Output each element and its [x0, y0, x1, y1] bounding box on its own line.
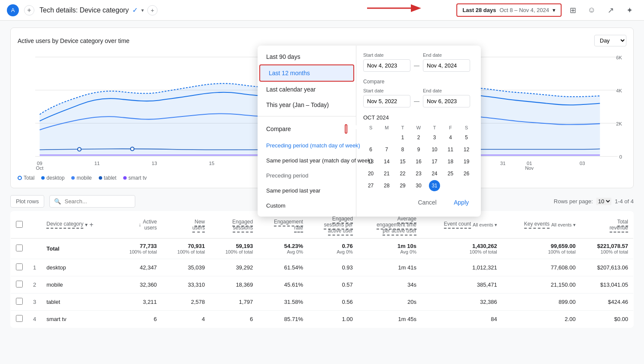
td-r1-spu: 0.93: [308, 259, 358, 276]
th-device-category: Device category ▾ +: [41, 211, 114, 239]
th-key-events-label: Key events: [524, 221, 550, 229]
legend-smarttv-label: smart tv: [128, 175, 147, 181]
r4-checkbox[interactable]: [16, 315, 23, 322]
cal-day-10[interactable]: 10: [429, 144, 440, 155]
dropdown-last-cal-year[interactable]: Last calendar year: [258, 82, 356, 97]
total-engaged-sessions-sub: 100% of total: [215, 249, 253, 254]
cal-day-28[interactable]: 28: [381, 180, 392, 191]
cal-day-12[interactable]: 12: [461, 144, 472, 155]
cal-day-1[interactable]: 1: [397, 132, 408, 143]
cal-day-9[interactable]: 9: [413, 144, 424, 155]
cal-day-17[interactable]: 17: [429, 156, 440, 167]
cal-day-19[interactable]: 19: [461, 156, 472, 167]
cal-day-2[interactable]: 2: [413, 132, 424, 143]
table-row: 2 mobile 32,360 33,310 18,369 45.61% 0.5…: [11, 276, 634, 294]
td-r4-engaged: 6: [210, 311, 258, 328]
dropdown-last-12[interactable]: Last 12 months: [259, 64, 354, 82]
svg-text:03: 03: [580, 161, 585, 166]
rows-per-page-section: Rows per page: 10 25 50 1-4 of 4: [554, 198, 634, 205]
dropdown-same-period[interactable]: Same period last year: [258, 183, 356, 198]
total-active-users: 77,733: [119, 243, 157, 249]
td-r3-device: tablet: [41, 294, 114, 311]
add-page-button[interactable]: +: [147, 5, 158, 15]
th-total-revenue: Totalrevenue: [581, 211, 634, 239]
table-row: 3 tablet 3,211 2,578 1,797 31.58% 0.56 2…: [11, 294, 634, 311]
cal-day-29[interactable]: 29: [397, 180, 408, 191]
cal-day-31[interactable]: 31: [429, 180, 440, 191]
cal-day-11[interactable]: 11: [445, 144, 456, 155]
cal-day-empty2: [381, 132, 392, 143]
share-button[interactable]: ↗: [603, 3, 618, 18]
start-date-input[interactable]: [363, 59, 410, 72]
td-r4-active: 6: [114, 311, 162, 328]
date-range-button[interactable]: Last 28 days Oct 8 – Nov 4, 2024 ▾: [456, 3, 562, 17]
td-total-new: 70,931 100% of total: [162, 239, 210, 259]
cal-day-3[interactable]: 3: [429, 132, 440, 143]
calendar-cancel-button[interactable]: Cancel: [413, 196, 442, 208]
th-event-count-filter[interactable]: All events ▾: [473, 222, 497, 228]
cal-day-21[interactable]: 21: [381, 168, 392, 179]
cal-day-22[interactable]: 22: [397, 168, 408, 179]
r1-checkbox[interactable]: [16, 263, 23, 270]
cal-day-4[interactable]: 4: [445, 132, 456, 143]
cal-day-23[interactable]: 23: [413, 168, 424, 179]
td-r3-rate: 31.58%: [258, 294, 308, 311]
dropdown-preceding[interactable]: Preceding period: [258, 168, 356, 183]
cal-day-5[interactable]: 5: [461, 132, 472, 143]
r2-checkbox[interactable]: [16, 281, 23, 288]
cal-day-8[interactable]: 8: [397, 144, 408, 155]
td-total-events: 1,430,262 100% of total: [422, 239, 502, 259]
calendar-apply-button[interactable]: Apply: [449, 196, 474, 208]
td-r2-new: 33,310: [162, 276, 210, 294]
cal-day-16[interactable]: 16: [413, 156, 424, 167]
compare-start-input[interactable]: [363, 95, 410, 107]
cal-day-15[interactable]: 15: [397, 156, 408, 167]
th-device-dropdown-icon[interactable]: ▾: [85, 222, 88, 228]
granularity-dropdown[interactable]: Day Week Month: [594, 35, 626, 46]
r3-checkbox[interactable]: [16, 298, 23, 305]
dropdown-arrow-icon[interactable]: ▾: [141, 7, 144, 13]
page-title-text: Tech details: Device category: [39, 6, 129, 14]
cal-day-24[interactable]: 24: [429, 168, 440, 179]
svg-text:6K: 6K: [616, 55, 622, 60]
dropdown-preceding-match[interactable]: Preceding period (match day of week): [258, 138, 356, 153]
face-icon-button[interactable]: ☺: [584, 3, 599, 18]
cal-day-25[interactable]: 25: [445, 168, 456, 179]
rows-per-page-select[interactable]: 10 25 50: [596, 198, 611, 205]
calendar-header: OCT 2024: [363, 114, 474, 121]
cal-day-7[interactable]: 7: [381, 144, 392, 155]
end-date-input[interactable]: [423, 59, 470, 72]
dropdown-custom[interactable]: Custom: [258, 198, 356, 213]
cal-day-13[interactable]: 13: [365, 156, 377, 167]
dropdown-this-year[interactable]: This year (Jan – Today): [258, 97, 356, 113]
cal-day-18[interactable]: 18: [445, 156, 456, 167]
cal-day-20[interactable]: 20: [365, 168, 377, 179]
calendar: OCT 2024 S M T W T F S 1 2 3 4: [363, 114, 474, 208]
legend-total: Total: [18, 175, 34, 181]
svg-text:2K: 2K: [616, 121, 622, 126]
new-tab-button[interactable]: +: [24, 5, 34, 15]
cal-day-14[interactable]: 14: [381, 156, 392, 167]
th-key-events-filter[interactable]: All events ▾: [551, 222, 576, 228]
th-sort-icon[interactable]: ↓: [139, 222, 141, 228]
cal-day-6[interactable]: 6: [365, 144, 377, 155]
compare-end-input[interactable]: [423, 95, 470, 107]
cal-day-27[interactable]: 27: [365, 180, 377, 191]
cal-day-26[interactable]: 26: [461, 168, 472, 179]
select-all-checkbox[interactable]: [16, 221, 23, 228]
legend-desktop: desktop: [41, 175, 64, 181]
plot-rows-button[interactable]: Plot rows: [10, 195, 44, 208]
th-device-label: Device category: [46, 221, 83, 229]
dropdown-same-period-match[interactable]: Same period last year (match day of week…: [258, 153, 356, 168]
end-date-field: End date: [423, 52, 470, 72]
dropdown-compare-toggle[interactable]: Compare: [258, 120, 356, 138]
dropdown-last-90[interactable]: Last 90 days: [258, 49, 356, 64]
total-checkbox[interactable]: [16, 245, 23, 251]
td-total-checkbox: [11, 239, 28, 259]
compare-date-section: Compare Start date — End date: [363, 79, 474, 107]
cal-day-30[interactable]: 30: [413, 180, 424, 191]
chart-options-button[interactable]: ⊞: [565, 3, 580, 18]
sparkle-button[interactable]: ✦: [622, 3, 637, 18]
th-device-add-icon[interactable]: +: [89, 221, 93, 229]
search-input[interactable]: [64, 198, 129, 205]
